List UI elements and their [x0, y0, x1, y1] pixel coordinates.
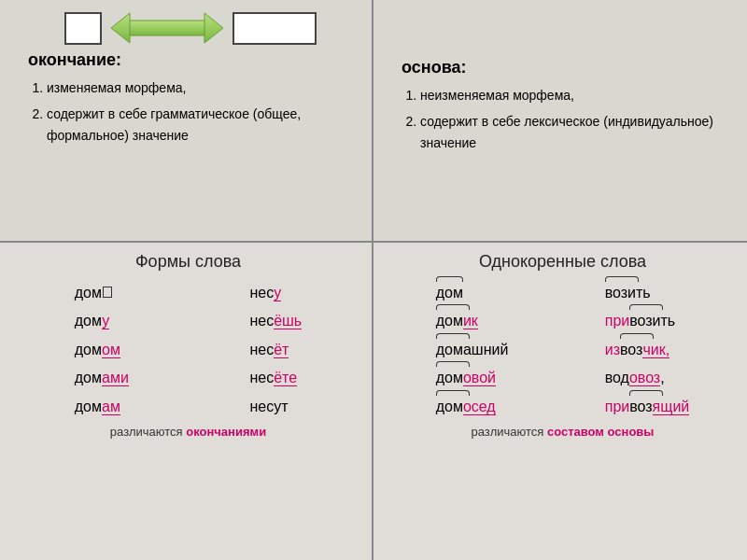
base-box — [233, 12, 317, 45]
bottom-section: Формы слова дом дому домом — [0, 243, 747, 560]
top-section: окончание: изменяемая морфема, содержит … — [0, 0, 747, 243]
top-left-item-2: содержит в себе грамматическое (общее, ф… — [47, 104, 353, 146]
related-note: различаются составом основы — [388, 425, 738, 439]
word-nes-2: несёшь — [249, 311, 302, 331]
top-left-panel: окончание: изменяемая морфема, содержит … — [0, 0, 374, 243]
svg-marker-2 — [111, 13, 130, 43]
related-dom-1: дом — [436, 283, 509, 303]
related-voz-5: при воз ящий — [605, 397, 690, 417]
word-dom-2: дому — [75, 311, 129, 331]
top-right-panel: основа: неизменяемая морфема, содержит в… — [374, 0, 747, 243]
word-dom-5: домам — [75, 397, 129, 417]
related-dom-2: дом ик — [436, 311, 509, 331]
related-dom-3: дом ашний — [436, 340, 509, 360]
forms-note: различаются окончаниями — [14, 425, 362, 439]
dom-column: дом дому домом домами — [75, 283, 129, 417]
related-voz-4: водовоз, — [605, 368, 690, 388]
page-container: окончание: изменяемая морфема, содержит … — [0, 0, 747, 560]
top-right-title: основа: — [402, 58, 466, 77]
word-nes-1: несу — [249, 283, 302, 303]
top-left-title: окончание: — [28, 50, 121, 70]
svg-marker-0 — [120, 21, 214, 35]
forms-heading: Формы слова — [14, 252, 362, 272]
word-nes-5: несут — [249, 397, 302, 417]
top-right-item-1: неизменяемая морфема, — [420, 85, 728, 105]
bottom-left-panel: Формы слова дом дому домом — [0, 243, 374, 560]
bottom-right-panel: Однокоренные слова дом — [374, 243, 747, 560]
related-heading: Однокоренные слова — [388, 252, 738, 272]
related-voz-2: при воз ить — [605, 311, 690, 331]
word-dom-3: домом — [75, 340, 129, 360]
related-voz-3: из воз чик, — [605, 340, 690, 360]
top-left-item-1: изменяемая морфема, — [47, 77, 353, 98]
ending-box — [64, 12, 102, 45]
svg-marker-1 — [204, 13, 223, 43]
top-right-item-2: содержит в себе лексическое (индивидуаль… — [420, 111, 728, 153]
double-arrow-icon — [111, 9, 223, 47]
word-nes-4: несёте — [249, 368, 302, 388]
voz-related-column: воз ить при воз ить из воз — [605, 283, 690, 417]
dom-related-column: дом дом ик дом — [436, 283, 509, 417]
nes-column: несу несёшь несёт несёте — [249, 283, 302, 417]
related-dom-4: дом овой — [436, 368, 509, 388]
word-nes-3: несёт — [249, 340, 302, 360]
related-voz-1: воз ить — [605, 283, 690, 303]
related-dom-5: дом осед — [436, 397, 509, 417]
word-dom-1: дом — [75, 283, 129, 303]
word-dom-4: домами — [75, 368, 129, 388]
